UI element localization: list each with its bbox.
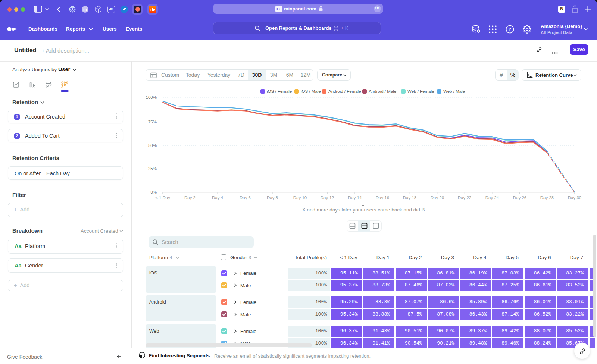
svg-text:?: ? bbox=[509, 27, 511, 32]
